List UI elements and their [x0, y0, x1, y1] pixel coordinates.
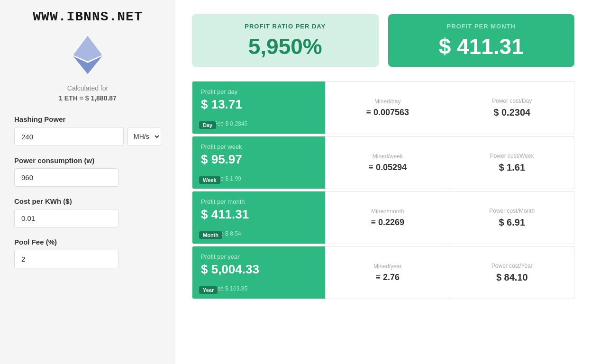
calc-for: Calculated for 1 ETH = $ 1,880.87 [59, 83, 117, 103]
profit-label: Profit per month [201, 198, 317, 205]
mined-value: ≡ 0.2269 [371, 218, 404, 228]
power-cost-label: Power cost/Week [490, 153, 534, 159]
profit-value: $ 13.71 [201, 97, 317, 112]
svg-marker-4 [73, 36, 102, 61]
period-badge: Year [199, 286, 218, 294]
table-row: Profit per week $ 95.97 Pool Fee $ 1.99 … [192, 136, 574, 189]
mined-label: Mined/day [374, 98, 400, 105]
cost-per-kwh-label: Cost per KWh ($) [14, 197, 161, 205]
power-cost-label: Power cost/Day [492, 98, 532, 104]
power-consumption-group: Power consumption (w) [14, 156, 161, 187]
data-rows-container: Profit per day $ 13.71 Pool Fee $ 0.2845… [192, 81, 574, 299]
mined-value: ≡ 0.05294 [368, 163, 407, 173]
profit-ratio-value: 5,950% [203, 34, 367, 59]
main-content: PROFIT RATIO PER DAY 5,950% PROFIT PER M… [175, 0, 591, 364]
mined-label: Mined/month [371, 208, 404, 215]
hashing-power-group: Hashing Power MH/s GH/s TH/s [14, 115, 161, 146]
table-row: Profit per day $ 13.71 Pool Fee $ 0.2845… [192, 81, 574, 134]
power-cost-cell: Power cost/Year $ 84.10 [450, 246, 574, 299]
pool-fee-group: Pool Fee (%) [14, 238, 161, 268]
profit-value: $ 5,004.33 [201, 262, 317, 277]
profit-ratio-card: PROFIT RATIO PER DAY 5,950% [192, 14, 379, 67]
power-cost-value: $ 84.10 [496, 272, 528, 283]
mined-label: Mined/year [373, 263, 401, 270]
profit-label: Profit per week [201, 143, 317, 150]
profit-label: Profit per year [201, 253, 317, 260]
pool-fee-value: Pool Fee $ 103.85 [201, 285, 317, 292]
row-label-cell: Profit per week $ 95.97 Pool Fee $ 1.99 … [192, 136, 325, 189]
power-cost-label: Power cost/Month [489, 208, 535, 214]
top-stats: PROFIT RATIO PER DAY 5,950% PROFIT PER M… [192, 14, 574, 67]
profit-value: $ 411.31 [201, 207, 317, 222]
sidebar: WWW.IBNNS.NET Calculated for 1 ETH = $ 1… [0, 0, 175, 364]
row-label-cell: Profit per month $ 411.31 Pool Fee $ 8.5… [192, 191, 325, 244]
profit-ratio-title: PROFIT RATIO PER DAY [203, 23, 367, 30]
mined-cell: Mined/week ≡ 0.05294 [325, 136, 450, 189]
period-badge: Month [199, 231, 222, 239]
mined-cell: Mined/month ≡ 0.2269 [325, 191, 450, 244]
pool-fee-label: Pool Fee (%) [14, 238, 161, 246]
table-row: Profit per year $ 5,004.33 Pool Fee $ 10… [192, 246, 574, 299]
profit-month-value: $ 411.31 [400, 34, 564, 59]
power-cost-value: $ 1.61 [499, 162, 525, 173]
eth-logo [69, 34, 107, 76]
power-cost-value: $ 0.2304 [493, 107, 530, 118]
hashing-power-label: Hashing Power [14, 115, 161, 123]
mined-label: Mined/week [373, 153, 403, 160]
profit-value: $ 95.97 [201, 152, 317, 167]
power-cost-cell: Power cost/Week $ 1.61 [450, 136, 574, 189]
cost-per-kwh-group: Cost per KWh ($) [14, 197, 161, 228]
mined-value: ≡ 0.007563 [366, 108, 409, 118]
site-title: WWW.IBNNS.NET [33, 9, 142, 24]
hashing-power-input[interactable] [14, 127, 124, 146]
mined-cell: Mined/day ≡ 0.007563 [325, 82, 450, 134]
period-badge: Week [199, 176, 220, 184]
power-cost-value: $ 6.91 [499, 217, 525, 228]
power-cost-label: Power cost/Year [491, 263, 533, 269]
pool-fee-input[interactable] [14, 250, 118, 268]
table-row: Profit per month $ 411.31 Pool Fee $ 8.5… [192, 191, 574, 244]
power-cost-cell: Power cost/Month $ 6.91 [450, 191, 574, 244]
pool-fee-value: Pool Fee $ 0.2845 [201, 120, 317, 127]
period-badge: Day [199, 121, 216, 129]
power-consumption-input[interactable] [14, 168, 118, 187]
row-label-cell: Profit per year $ 5,004.33 Pool Fee $ 10… [192, 246, 325, 299]
power-cost-cell: Power cost/Day $ 0.2304 [450, 82, 574, 134]
cost-per-kwh-input[interactable] [14, 209, 118, 228]
mined-cell: Mined/year ≡ 2.76 [325, 246, 450, 299]
profit-month-card: PROFIT PER MONTH $ 411.31 [388, 14, 575, 67]
row-label-cell: Profit per day $ 13.71 Pool Fee $ 0.2845… [192, 82, 325, 134]
profit-label: Profit per day [201, 88, 317, 95]
power-consumption-label: Power consumption (w) [14, 156, 161, 164]
mined-value: ≡ 2.76 [375, 273, 400, 282]
hashing-power-unit-select[interactable]: MH/s GH/s TH/s [127, 127, 161, 146]
profit-month-title: PROFIT PER MONTH [400, 23, 564, 30]
